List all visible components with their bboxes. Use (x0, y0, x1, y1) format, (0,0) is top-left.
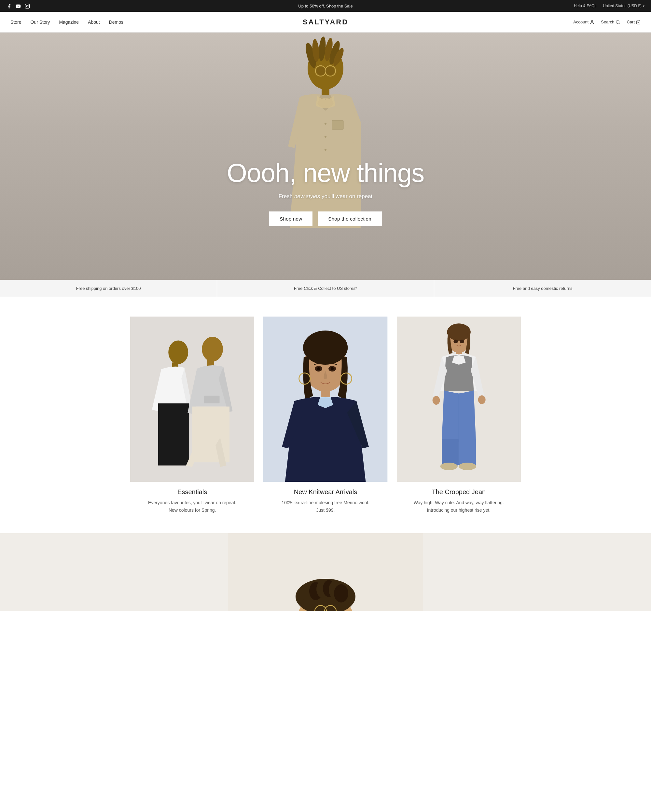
svg-point-63 (334, 584, 348, 603)
instagram-icon[interactable] (25, 3, 30, 8)
svg-rect-30 (204, 395, 220, 403)
help-faqs-link[interactable]: Help & FAQs (574, 4, 596, 8)
svg-rect-50 (442, 439, 458, 466)
svg-point-53 (440, 462, 457, 470)
shop-collection-button[interactable]: Shop the collection (318, 211, 382, 226)
svg-point-54 (458, 462, 476, 470)
hero-content: Oooh, new things Fresh new styles you'll… (227, 87, 425, 226)
hero-buttons: Shop now Shop the collection (227, 211, 425, 226)
hero-subtitle: Fresh new styles you'll wear on repeat (227, 193, 425, 200)
svg-rect-27 (158, 403, 189, 466)
nav-our-story[interactable]: Our Story (30, 20, 50, 25)
svg-rect-31 (193, 407, 229, 462)
shop-sale-link[interactable]: Shop the Sale (326, 4, 353, 8)
account-icon (590, 20, 594, 24)
hero-title: Oooh, new things (227, 158, 425, 188)
svg-point-2 (26, 5, 28, 7)
product-knitwear-desc: 100% extra-fine mulesing free Merino woo… (263, 499, 387, 514)
svg-rect-51 (458, 439, 475, 466)
product-jean-image (397, 316, 521, 482)
announcement-text: Up to 50% off. Shop the Sale (298, 4, 353, 8)
product-essentials-desc: Everyones favourites, you'll wear on rep… (130, 499, 254, 514)
cart-icon (636, 20, 640, 24)
site-logo[interactable]: SALTYARD (303, 18, 348, 26)
search-icon (616, 20, 620, 24)
nav-store[interactable]: Store (11, 20, 21, 25)
knitwear-image-svg (263, 316, 387, 482)
svg-point-28 (202, 337, 223, 362)
currency-chevron-icon: ▾ (643, 4, 645, 8)
nav-about[interactable]: About (88, 20, 100, 25)
info-collect: Free Click & Collect to US stores* (217, 280, 434, 297)
product-essentials[interactable]: Essentials Everyones favourites, you'll … (130, 316, 254, 514)
nav-search[interactable]: Search (601, 20, 620, 24)
essentials-image-svg (130, 316, 254, 482)
svg-point-17 (316, 67, 326, 75)
info-shipping: Free shipping on orders over $100 (0, 280, 217, 297)
svg-point-34 (303, 331, 348, 365)
bottom-person-svg (228, 533, 423, 611)
hero-section: Oooh, new things Fresh new styles you'll… (0, 32, 651, 280)
product-knitwear-name: New Knitwear Arrivals (263, 488, 387, 496)
svg-point-45 (454, 340, 458, 343)
product-essentials-image (130, 316, 254, 482)
svg-point-39 (317, 367, 320, 371)
announcement-bar: Up to 50% off. Shop the Sale Help & FAQs… (0, 0, 651, 12)
jean-image-svg (397, 316, 521, 482)
main-nav: Store Our Story Magazine About Demos SAL… (0, 12, 651, 32)
svg-point-40 (331, 367, 334, 371)
nav-left: Store Our Story Magazine About Demos (11, 20, 123, 25)
products-section: Essentials Everyones favourites, you'll … (0, 297, 651, 533)
info-bar: Free shipping on orders over $100 Free C… (0, 280, 651, 297)
currency-selector[interactable]: United States (USD $) ▾ (603, 4, 645, 8)
svg-point-44 (447, 324, 470, 340)
facebook-icon[interactable] (6, 3, 12, 8)
product-jean-desc: Way high. Way cute. And way, way flatter… (397, 499, 521, 514)
social-icons (6, 3, 30, 8)
svg-point-5 (616, 20, 619, 23)
nav-account[interactable]: Account (573, 20, 594, 24)
info-returns: Free and easy domestic returns (434, 280, 651, 297)
announcement-right: Help & FAQs United States (USD $) ▾ (574, 4, 645, 8)
svg-point-46 (460, 340, 464, 343)
product-jean-name: The Cropped Jean (397, 488, 521, 496)
product-knitwear-image (263, 316, 387, 482)
nav-right: Account Search Cart (573, 20, 640, 24)
product-jean[interactable]: The Cropped Jean Way high. Way cute. And… (397, 316, 521, 514)
nav-cart[interactable]: Cart (627, 20, 640, 24)
bottom-section (0, 533, 651, 611)
svg-point-25 (168, 340, 188, 364)
product-knitwear[interactable]: New Knitwear Arrivals 100% extra-fine mu… (263, 316, 387, 514)
svg-point-3 (28, 5, 29, 5)
youtube-icon[interactable] (15, 3, 21, 8)
svg-point-4 (591, 20, 593, 22)
svg-rect-1 (25, 4, 29, 8)
svg-point-18 (326, 67, 335, 75)
nav-magazine[interactable]: Magazine (59, 20, 79, 25)
svg-point-49 (478, 395, 485, 404)
svg-point-48 (432, 396, 440, 405)
products-grid: Essentials Everyones favourites, you'll … (130, 316, 521, 514)
product-essentials-name: Essentials (130, 488, 254, 496)
shop-now-button[interactable]: Shop now (269, 211, 312, 226)
nav-demos[interactable]: Demos (109, 20, 123, 25)
